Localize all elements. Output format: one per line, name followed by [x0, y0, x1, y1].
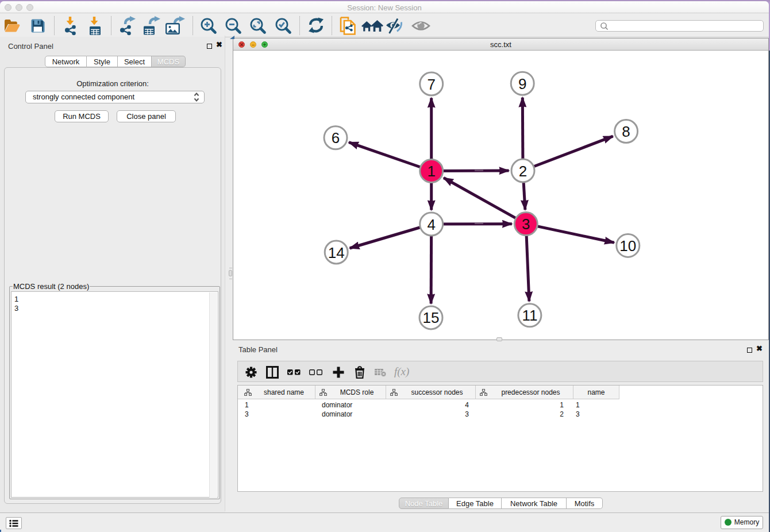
svg-text:15: 15	[423, 309, 440, 326]
svg-text:7: 7	[427, 75, 435, 92]
svg-text:10: 10	[619, 237, 636, 254]
svg-text:3: 3	[522, 215, 530, 233]
svg-text:8: 8	[622, 123, 630, 140]
svg-text:4: 4	[427, 215, 435, 233]
svg-text:14: 14	[328, 244, 345, 261]
svg-text:1: 1	[427, 163, 435, 180]
svg-text:9: 9	[518, 75, 526, 92]
svg-text:2: 2	[519, 162, 527, 179]
svg-text:11: 11	[522, 307, 537, 324]
svg-text:6: 6	[332, 129, 340, 147]
